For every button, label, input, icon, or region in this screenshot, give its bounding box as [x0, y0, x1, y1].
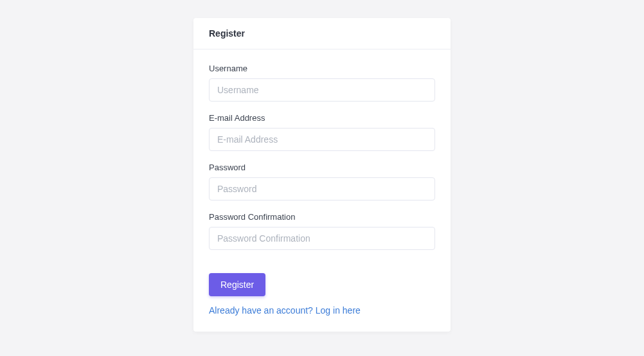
form-actions: Register Already have an account? Log in…: [209, 273, 435, 316]
password-group: Password: [209, 163, 435, 200]
username-label: Username: [209, 64, 435, 73]
email-group: E-mail Address: [209, 113, 435, 151]
card-header: Register: [193, 18, 451, 49]
username-input[interactable]: [209, 78, 435, 102]
register-card: Register Username E-mail Address Passwor…: [193, 18, 451, 332]
email-label: E-mail Address: [209, 113, 435, 123]
email-field[interactable]: [209, 128, 435, 151]
username-group: Username: [209, 64, 435, 102]
password-field[interactable]: [209, 177, 435, 200]
password-label: Password: [209, 163, 435, 172]
password-confirmation-label: Password Confirmation: [209, 212, 435, 222]
password-confirmation-group: Password Confirmation: [209, 212, 435, 250]
login-link[interactable]: Already have an account? Log in here: [209, 305, 361, 316]
card-title: Register: [209, 28, 435, 39]
card-body: Username E-mail Address Password Passwor…: [193, 49, 451, 332]
register-button[interactable]: Register: [209, 273, 265, 296]
password-confirmation-field[interactable]: [209, 227, 435, 250]
